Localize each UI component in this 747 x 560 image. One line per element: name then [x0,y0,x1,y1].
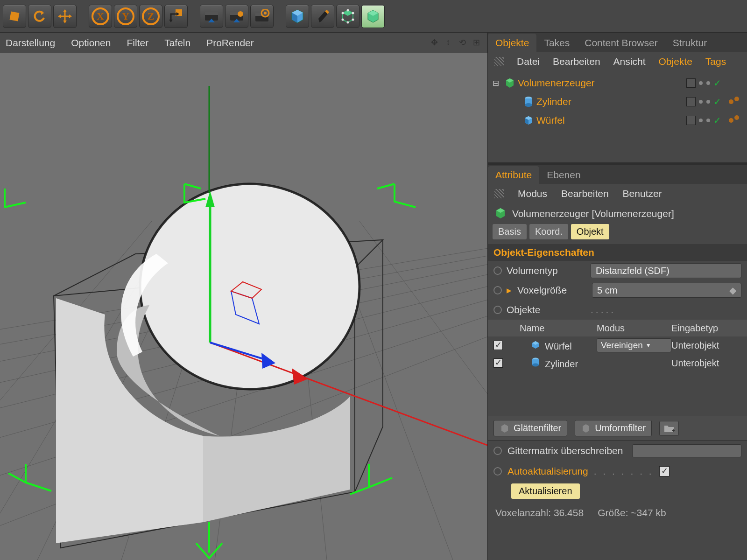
render-picture-button[interactable] [225,5,248,28]
om-menu-datei[interactable]: Datei [517,56,540,67]
axis-x-button[interactable]: X [89,5,112,28]
object-manager-menu: Datei Bearbeiten Ansicht Objekte Tags [488,52,747,71]
folder-add-button[interactable]: + [659,421,679,436]
om-menu-objekte[interactable]: Objekte [658,56,692,67]
section-header: Objekt-Eigenschaften [488,244,747,261]
primitive-cube-button[interactable] [286,5,309,28]
anim-bullet[interactable] [493,266,502,275]
prop-gittermatrix: Gittermatrix überschreiben [488,441,747,461]
anim-bullet[interactable] [493,447,502,455]
am-menu-modus[interactable]: Modus [518,188,547,199]
prop-label: Objekte [507,304,586,315]
view-zoom-icon[interactable]: ↕ [443,37,454,49]
svg-rect-7 [255,13,268,21]
tree-label: Volumenerzeuger [516,77,686,89]
attribute-header: Volumenerzeuger [Volumenerzeuger] [488,203,747,224]
layer-toggle[interactable] [686,78,696,88]
svg-point-14 [352,18,354,21]
cube-icon [522,114,535,126]
om-menu-ansicht[interactable]: Ansicht [613,56,646,67]
volume-button[interactable] [361,5,385,28]
pen-tool-button[interactable] [311,5,334,28]
prop-objekte: Objekte ..... [488,300,747,320]
am-menu-bearbeiten[interactable]: Bearbeiten [561,188,609,199]
object-tree: ⊟ Volumenerzeuger ✓ Zylinder ✓ Würfel ✓ [488,71,747,136]
svg-line-30 [359,221,487,520]
live-select-button[interactable] [3,5,26,28]
gitter-field[interactable] [632,444,741,457]
svg-rect-2 [205,12,218,21]
attribute-tabs: Attribute Ebenen [488,165,747,184]
grip-icon[interactable] [494,189,504,198]
row-checkbox[interactable] [493,358,503,368]
view-menu-filter[interactable]: Filter [127,37,148,49]
tree-row-wuerfel[interactable]: Würfel ✓ [493,111,742,130]
tab-ebenen[interactable]: Ebenen [539,166,588,184]
expand-arrow-icon[interactable]: ▸ [507,285,512,296]
svg-rect-4 [230,12,243,21]
subdivision-button[interactable] [336,5,359,28]
status-voxel: Voxelanzahl: 36.458 [495,507,584,518]
om-menu-bearbeiten[interactable]: Bearbeiten [553,56,600,67]
coord-system-button[interactable] [164,5,188,28]
row-checkbox[interactable] [493,341,503,350]
axis-y-button[interactable]: Y [114,5,137,28]
view-rotate-icon[interactable]: ⟲ [457,37,468,49]
svg-rect-5 [230,12,243,15]
tab-content-browser[interactable]: Content Browser [577,34,665,52]
layer-toggle[interactable] [686,116,696,125]
svg-point-15 [342,18,344,21]
undo-button[interactable] [28,5,51,28]
view-menu-tafeln[interactable]: Tafeln [164,37,190,49]
render-view-button[interactable] [200,5,223,28]
om-menu-tags[interactable]: Tags [705,56,726,67]
prop-label: Volumentyp [507,265,586,276]
expand-toggle[interactable]: ⊟ [493,78,504,88]
tab-takes[interactable]: Takes [536,34,577,52]
volumentyp-dropdown[interactable]: Distanzfeld (SDF) [591,263,741,278]
umformfilter-button[interactable]: Umformfilter [575,420,652,436]
prop-label: Gittermatrix überschreiben [507,445,623,456]
check-icon: ✓ [713,77,721,89]
render-settings-button[interactable] [250,5,274,28]
tab-attribute[interactable]: Attribute [488,166,539,184]
view-menu-prorender[interactable]: ProRender [206,37,254,49]
view-menu-darstellung[interactable]: Darstellung [6,37,55,49]
view-menu-optionen[interactable]: Optionen [71,37,111,49]
table-row[interactable]: Würfel Vereinigen▼ Unterobjekt [488,336,747,354]
layer-toggle[interactable] [686,97,696,106]
svg-point-13 [342,12,344,14]
viewport-menu: Darstellung Optionen Filter Tafeln ProRe… [0,33,487,53]
glaettenfilter-button[interactable]: Glättenfilter [493,420,567,436]
tab-objekte[interactable]: Objekte [488,34,536,52]
mode-dropdown[interactable]: Vereinigen▼ [597,338,671,352]
auto-checkbox[interactable] [659,466,669,476]
svg-text:+: + [672,427,675,433]
attribute-header-label: Volumenerzeuger [Volumenerzeuger] [512,208,674,219]
anim-bullet[interactable] [493,286,502,294]
anim-bullet[interactable] [493,467,502,476]
tree-row-zylinder[interactable]: Zylinder ✓ [493,92,742,111]
attrtab-koord[interactable]: Koord. [529,224,568,239]
main-toolbar: X Y Z [0,0,747,33]
svg-point-45 [532,364,539,367]
view-move-icon[interactable]: ✥ [429,37,440,49]
status-bar: Voxelanzahl: 36.458 Größe: ~347 kb [488,503,747,523]
volume-icon [504,77,516,89]
table-row[interactable]: Zylinder Unterobjekt [488,354,747,372]
attrtab-objekt[interactable]: Objekt [571,224,609,239]
am-menu-benutzer[interactable]: Benutzer [623,188,662,199]
svg-point-9 [261,9,269,17]
tree-row-volumenerzeuger[interactable]: ⊟ Volumenerzeuger ✓ [493,74,742,92]
move-button[interactable] [53,5,77,28]
anim-bullet[interactable] [493,306,502,314]
col-modus: Modus [597,323,671,334]
attrtab-basis[interactable]: Basis [493,224,527,239]
voxel-field[interactable]: 5 cm◆ [592,283,741,298]
view-maximize-icon[interactable]: ⊞ [471,37,482,49]
axis-z-button[interactable]: Z [139,5,162,28]
tab-struktur[interactable]: Struktur [665,34,715,52]
grip-icon[interactable] [494,57,504,66]
aktualisieren-button[interactable]: Aktualisieren [511,483,580,499]
viewport-3d[interactable] [0,53,487,560]
